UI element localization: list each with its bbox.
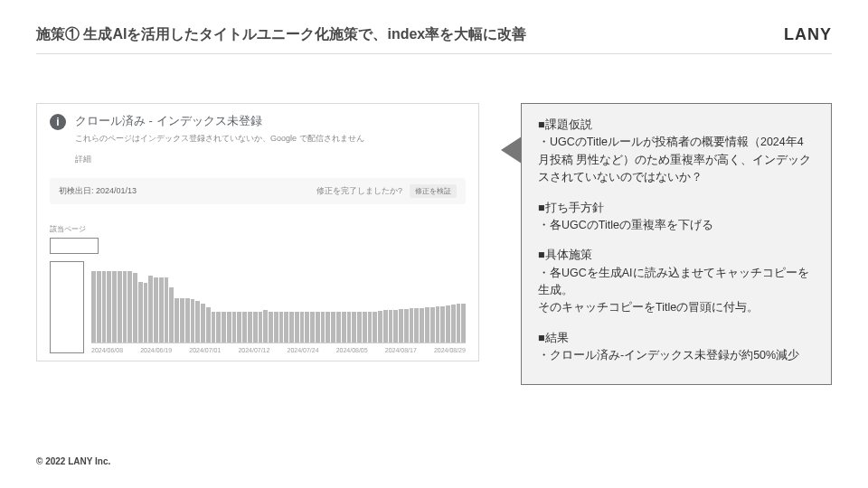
bar [336,312,341,343]
bar [138,282,143,343]
x-tick: 2024/06/08 [91,347,123,353]
bar [461,304,466,343]
x-tick: 2024/07/01 [189,347,221,353]
redaction-box [50,261,84,353]
callout-pointer-icon [501,136,522,164]
gsc-panel: i クロール済み - インデックス未登録 これらのページはインデックス登録されて… [36,103,479,361]
validate-button[interactable]: 修正を検証 [410,184,457,198]
x-tick: 2024/08/29 [434,347,466,353]
notes-heading: ■課題仮説 [538,117,815,134]
bar [165,277,169,343]
bar [457,304,461,343]
bar [357,312,362,343]
bar [284,312,288,343]
first-detected-value: 2024/01/13 [96,186,137,195]
bar [446,305,450,343]
bar [451,305,456,343]
bar [237,312,241,343]
bar [195,301,200,343]
x-tick: 2024/08/17 [385,347,417,353]
bar [253,312,258,343]
bar [347,312,352,343]
bar [159,277,164,343]
gsc-date-row: 初検出日: 2024/01/13 修正を完了しましたか?修正を検証 [50,178,466,204]
bar [180,298,184,343]
bar [425,307,429,343]
gsc-details-link[interactable]: 詳細 [75,154,364,165]
fixed-question: 修正を完了しましたか? [316,186,402,195]
notes-body: ・クロール済み-インデックス未登録が約50%減少 [538,347,815,364]
bar [232,312,237,343]
bar [216,312,221,343]
bar [242,312,247,343]
bar [383,310,388,343]
bar [107,271,111,343]
gsc-status-subtitle: これらのページはインデックス登録されていないか、Google で配信されません [75,133,364,145]
bar [410,308,414,343]
bar [331,312,335,343]
bar [154,277,158,343]
bar [414,308,419,343]
bar [316,312,320,343]
bar [169,287,174,343]
bar [295,312,299,343]
bar [389,310,393,343]
bar [259,312,263,343]
bar [289,312,294,343]
redaction-box [50,238,99,254]
bar [97,271,101,343]
bar [269,312,273,343]
bar [201,304,205,343]
bar [326,312,330,343]
copyright: © 2022 LANY Inc. [36,456,110,466]
pages-label: 該当ページ [50,224,466,234]
bar [363,312,367,343]
bar [404,309,409,343]
bar [144,283,148,343]
info-icon: i [50,114,66,130]
bar [191,299,195,343]
x-tick: 2024/07/24 [288,347,319,353]
bar [279,312,284,343]
notes-heading: ■結果 [538,330,815,347]
bar [300,312,305,343]
notes-body: ・各UGCのTitleの重複率を下げる [538,217,815,234]
x-tick: 2024/06/19 [140,347,172,353]
bar [248,312,252,343]
page-title: 施策① 生成AIを活用したタイトルユニーク化施策で、index率を大幅に改善 [36,25,526,44]
bar [212,312,216,343]
bar [393,310,398,343]
x-axis: 2024/06/082024/06/192024/07/012024/07/12… [91,347,466,353]
bar [430,307,435,343]
bar [368,312,373,343]
bar [185,298,190,343]
notes-body: そのキャッチコピーをTitleの冒頭に付与。 [538,299,815,316]
bar [373,312,377,343]
bar [399,309,403,343]
brand-logo: LANY [784,25,832,44]
bar [321,312,326,343]
bar [305,312,309,343]
bar [127,271,132,343]
bar [420,308,424,343]
bar [440,306,445,343]
notes-heading: ■具体施策 [538,247,815,264]
bar [91,271,96,343]
bar [118,271,122,343]
bar [436,306,440,343]
bar [148,276,153,343]
bar [352,312,356,343]
bar [378,311,382,343]
bar [222,312,226,343]
bar-chart [91,269,466,343]
notes-body: ・UGCのTitleルールが投稿者の概要情報（2024年4月投稿 男性など）のた… [538,134,815,186]
notes-heading: ■打ち手方針 [538,200,815,217]
bar [123,271,127,343]
bar [274,312,278,343]
x-tick: 2024/08/05 [336,347,368,353]
notes-body: ・各UGCを生成AIに読み込ませてキャッチコピーを生成。 [538,265,815,300]
divider [36,53,832,54]
bar [227,312,231,343]
bar [133,273,137,343]
bar [112,271,117,343]
